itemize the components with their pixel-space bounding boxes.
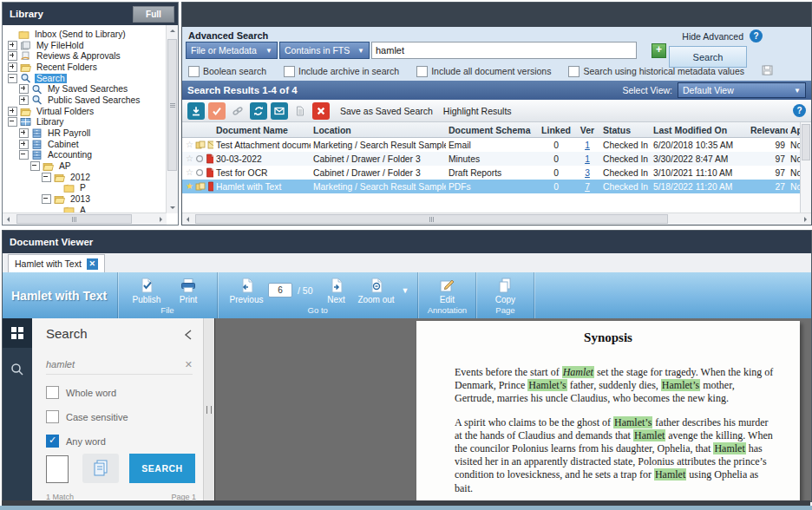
email-icon[interactable] [271, 102, 288, 120]
tree-item-2013[interactable]: 2013 [3, 193, 167, 205]
column-header-document-schema[interactable]: Document Schema [446, 125, 538, 135]
page-option-toggle[interactable] [46, 455, 69, 483]
print-button[interactable]: Print [168, 277, 208, 304]
tree-item-recent-folders[interactable]: Recent Folders [3, 62, 167, 73]
collapse-icon[interactable] [42, 173, 51, 182]
collapse-icon[interactable] [42, 194, 51, 204]
checkbox-icon[interactable] [568, 66, 580, 77]
close-tab-icon[interactable]: ✕ [87, 258, 98, 270]
next-page-button[interactable]: Next [320, 277, 353, 304]
scroll-up-icon[interactable] [167, 25, 178, 36]
option-case-sensitive[interactable]: Case sensitive [46, 410, 128, 423]
collapse-icon[interactable] [19, 150, 29, 160]
thumbnails-icon[interactable] [3, 318, 32, 348]
checkbox-icon[interactable] [46, 435, 59, 448]
expand-icon[interactable] [8, 107, 17, 116]
search-option-checkbox[interactable]: Include all document versions [416, 66, 551, 77]
expand-icon[interactable] [8, 51, 17, 61]
option-any-word[interactable]: Any word [46, 435, 106, 448]
link-icon[interactable] [229, 102, 246, 120]
star-outline-icon[interactable]: ☆ [186, 154, 193, 163]
checkbox-icon[interactable] [46, 410, 59, 423]
tree-item-2012[interactable]: 2012 [3, 172, 167, 183]
search-query-input[interactable]: hamlet [371, 42, 637, 59]
results-hscroll-thumb[interactable] [195, 214, 668, 224]
library-vertical-scrollbar[interactable] [166, 25, 178, 213]
collapse-icon[interactable] [8, 74, 17, 83]
column-header-location[interactable]: Location [311, 125, 446, 135]
library-horizontal-scrollbar[interactable] [3, 212, 167, 225]
column-header-last-modified-on[interactable]: Last Modified On [651, 125, 748, 135]
result-row-3[interactable]: ☆Test for OCRCabinet / Drawer / Folder 3… [182, 166, 811, 180]
column-header-document-name[interactable]: Document Name [213, 125, 311, 135]
panel-splitter[interactable] [204, 318, 214, 501]
scroll-left-icon[interactable] [3, 213, 14, 225]
zoom-out-button[interactable]: Zoom out [355, 277, 398, 304]
expand-icon[interactable] [19, 84, 29, 94]
results-vertical-scrollbar[interactable] [800, 122, 811, 213]
result-row-1[interactable]: ☆Test Attachment documentMarketing / Sea… [182, 138, 811, 152]
publish-button[interactable]: Publish [127, 277, 167, 304]
version-link[interactable]: 3 [585, 168, 590, 178]
field-type-dropdown[interactable]: File or Metadata▼ [186, 42, 278, 59]
save-criteria-icon[interactable] [762, 65, 773, 77]
search-option-checkbox[interactable]: Include archive in search [284, 66, 399, 77]
tree-item-ap[interactable]: AP [3, 160, 167, 172]
tree-item-inbox-send-to-library-[interactable]: Inbox (Send to Library) [3, 29, 167, 40]
result-row-4[interactable]: ★Hamlet with TextMarketing / Search Resu… [182, 180, 811, 193]
checkbox-icon[interactable] [46, 386, 59, 399]
version-link[interactable]: 7 [585, 182, 590, 192]
tree-item-cabinet[interactable]: Cabinet [3, 139, 167, 150]
tree-item-search[interactable]: Search [3, 73, 167, 84]
checkbox-icon[interactable] [188, 66, 200, 77]
expand-icon[interactable] [19, 128, 29, 138]
tree-item-accounting[interactable]: Accounting [3, 150, 167, 161]
sidebar-search-button[interactable]: SEARCH [129, 454, 195, 483]
expand-icon[interactable] [19, 95, 29, 105]
column-header-ver[interactable]: Ver [574, 125, 600, 135]
scroll-right-icon[interactable] [800, 213, 811, 225]
remove-icon[interactable] [312, 102, 330, 120]
cell-ver[interactable]: 1 [574, 141, 600, 150]
expand-icon[interactable] [19, 140, 29, 149]
view-dropdown[interactable]: Default View▼ [678, 82, 806, 98]
add-criteria-button[interactable]: + [652, 43, 666, 58]
collapse-icon[interactable] [30, 161, 40, 171]
sidebar-search-field[interactable]: hamlet ✕ [46, 355, 193, 375]
highlight-results-link[interactable]: Highlight Results [443, 106, 512, 116]
tree-item-p[interactable]: P [3, 183, 167, 194]
scroll-left-icon[interactable] [182, 213, 193, 225]
copy-page-button[interactable]: Copy [485, 277, 525, 304]
checkbox-icon[interactable] [284, 66, 295, 77]
cell-ver[interactable]: 7 [574, 182, 600, 192]
download-icon[interactable] [187, 102, 205, 120]
results-vscroll-thumb[interactable] [802, 124, 810, 160]
tree-item-public-saved-searches[interactable]: Public Saved Searches [3, 95, 167, 106]
clear-search-icon[interactable]: ✕ [185, 359, 193, 370]
collapse-icon[interactable] [8, 117, 17, 127]
tree-item-my-saved-searches[interactable]: My Saved Searches [3, 83, 167, 95]
tree-item-library[interactable]: Library [3, 117, 167, 128]
column-header-status[interactable]: Status [600, 125, 651, 135]
tree-item-reviews-approvals[interactable]: Reviews & Approvals [3, 50, 167, 62]
previous-page-button[interactable]: Previous [226, 277, 266, 304]
full-button[interactable]: Full [133, 6, 174, 23]
search-panel-icon[interactable] [3, 356, 32, 382]
column-header-relevance[interactable]: Relevance ▾ [748, 125, 788, 135]
hide-advanced-link[interactable]: Hide Advanced [682, 31, 743, 42]
collapse-panel-icon[interactable] [184, 328, 193, 343]
save-as-saved-search-link[interactable]: Save as Saved Search [340, 106, 433, 116]
star-outline-icon[interactable]: ☆ [186, 141, 193, 149]
send-link-icon[interactable] [250, 102, 267, 120]
help-icon[interactable]: ? [793, 104, 806, 117]
scroll-right-icon[interactable] [155, 213, 167, 225]
help-icon[interactable]: ? [750, 29, 763, 42]
scroll-down-icon[interactable] [167, 202, 178, 213]
expand-icon[interactable] [8, 62, 17, 72]
zoom-dropdown-icon[interactable]: ▼ [402, 286, 409, 295]
checkbox-icon[interactable] [416, 66, 428, 77]
operator-dropdown[interactable]: Contains in FTS▼ [279, 42, 370, 59]
cell-ver[interactable]: 1 [574, 154, 600, 164]
option-whole-word[interactable]: Whole word [46, 386, 116, 399]
search-option-checkbox[interactable]: Search using historical metadata values [568, 66, 744, 77]
